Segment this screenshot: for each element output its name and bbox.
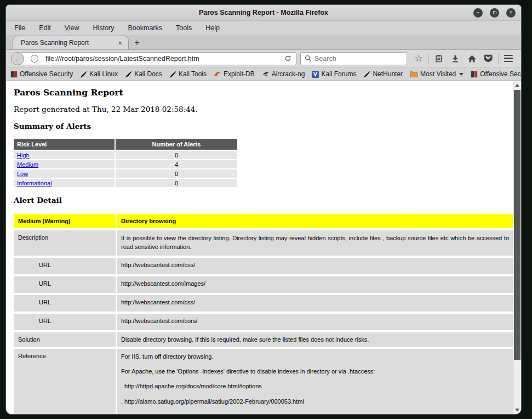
menu-bookmarks[interactable]: Bookmarks <box>128 24 163 32</box>
high-link[interactable]: High <box>17 152 30 158</box>
scrollbar-thumb[interactable] <box>514 90 520 360</box>
kali-dagger-icon <box>125 71 132 78</box>
column-number-of-alerts: Number of Alerts <box>116 139 237 150</box>
bookmark-kali-tools[interactable]: Kali Tools <box>169 70 207 78</box>
menu-history[interactable]: History <box>93 24 115 32</box>
low-link[interactable]: Low <box>17 171 28 177</box>
bookmark-aircrack-ng[interactable]: Aircrack-ng <box>262 70 305 78</box>
bookmark-kali-linux[interactable]: Kali Linux <box>80 70 118 78</box>
close-button[interactable]: × <box>506 8 516 18</box>
chevron-down-icon <box>459 73 464 76</box>
url-row: URL http://webscantest.com/images/ <box>14 276 513 293</box>
navigation-toolbar: ← i ☆ <box>6 49 521 67</box>
reference-line: For Apache, use the 'Options -Indexes' d… <box>121 367 509 375</box>
solution-row: Solution Disable directory browsing. If … <box>14 332 513 347</box>
bookmark-exploit-db[interactable]: Exploit-DB <box>214 70 255 78</box>
search-box[interactable] <box>300 52 407 65</box>
firefox-window: Paros Scanning Report - Mozilla Firefox … <box>5 4 522 415</box>
menu-help[interactable]: Help <box>205 24 220 32</box>
star-icon: ☆ <box>414 54 422 63</box>
reference-text: For IIS, turn off directory browsing. Fo… <box>117 349 513 414</box>
download-arrow-icon <box>451 55 459 63</box>
minimize-icon: − <box>477 10 480 15</box>
toolbar-divider <box>498 54 499 64</box>
menu-view[interactable]: View <box>65 24 79 32</box>
risk-level-cell: Medium (Warning) <box>14 214 116 228</box>
report-generated-text: Report generated at Thu, 22 Mar 2018 02:… <box>14 105 507 114</box>
tab-close-icon[interactable]: × <box>116 39 124 47</box>
bookmark-nethunter[interactable]: NetHunter <box>363 70 403 78</box>
search-input[interactable] <box>314 55 403 63</box>
kali-dagger-icon <box>169 71 176 78</box>
home-icon <box>468 55 476 63</box>
pocket-icon <box>484 54 493 63</box>
menu-file[interactable]: File <box>14 24 25 32</box>
url-row: URL http://webscantest.com/css/ <box>14 295 513 312</box>
show-bookmarks-button[interactable] <box>431 52 447 66</box>
triangle-up-icon <box>515 84 519 87</box>
alert-header-row: Medium (Warning) Directory browsing <box>14 214 513 228</box>
window-title: Paros Scanning Report - Mozilla Firefox <box>199 9 328 16</box>
url-value: http://webscantest.com/css/ <box>117 295 513 312</box>
alert-detail-heading: Alert Detail <box>14 196 507 205</box>
reference-line: . or create a default index.html for eac… <box>121 412 509 414</box>
low-count: 0 <box>116 169 237 178</box>
bookmark-kali-forums[interactable]: Kali Forums <box>312 70 356 78</box>
summary-row-informational: Informational 0 <box>14 179 237 187</box>
home-button[interactable] <box>464 52 479 66</box>
tab-paros-scanning-report[interactable]: Paros Scanning Report × <box>13 36 129 49</box>
browser-content: Paros Scanning Report Report generated a… <box>6 81 521 414</box>
bookmark-kali-docs[interactable]: Kali Docs <box>125 70 162 78</box>
menu-edit[interactable]: Edit <box>39 24 51 32</box>
url-label: URL <box>14 314 116 330</box>
url-bar[interactable]: i <box>20 52 296 65</box>
plus-icon: + <box>134 38 139 48</box>
page-info-icon[interactable]: i <box>31 55 38 63</box>
informational-link[interactable]: Informational <box>17 180 52 186</box>
url-input[interactable] <box>45 55 278 63</box>
summary-row-low: Low 0 <box>14 169 237 178</box>
exploit-db-icon <box>214 71 221 78</box>
maximize-icon <box>493 11 496 14</box>
toolbar-divider <box>428 54 429 64</box>
kali-dagger-icon <box>363 71 370 78</box>
downloads-button[interactable] <box>448 52 463 66</box>
url-label: URL <box>14 258 116 274</box>
open-menu-button[interactable] <box>501 52 516 66</box>
reload-button[interactable] <box>282 54 294 64</box>
summary-row-medium: Medium 4 <box>14 160 237 168</box>
report-page: Paros Scanning Report Report generated a… <box>6 81 513 414</box>
tab-title: Paros Scanning Report <box>21 39 116 47</box>
alert-name-cell: Directory browsing <box>117 214 513 228</box>
bookmark-folder-most-visited[interactable]: Most Visited <box>410 70 464 78</box>
url-value: http://webscantest.com/cors/ <box>117 314 513 330</box>
offensive-security-icon <box>10 71 18 78</box>
minimize-button[interactable]: − <box>473 8 483 18</box>
url-label: URL <box>14 276 116 293</box>
medium-count: 4 <box>116 160 237 168</box>
clipboard-icon <box>435 54 443 63</box>
back-button[interactable]: ← <box>11 52 24 65</box>
scroll-down-button[interactable] <box>513 406 521 414</box>
tab-bar: Paros Scanning Report × + <box>6 35 521 49</box>
new-tab-button[interactable]: + <box>129 36 145 49</box>
bookmark-offensive-security-2[interactable]: Offensive Security <box>471 70 521 78</box>
menu-tools[interactable]: Tools <box>176 24 192 32</box>
aircrack-wing-icon <box>262 71 270 78</box>
bookmark-offensive-security[interactable]: Offensive Security <box>10 70 73 78</box>
triangle-down-icon <box>515 409 519 411</box>
urlbar-divider <box>42 54 42 63</box>
description-row: Description It is possible to view the d… <box>14 230 513 256</box>
hamburger-icon <box>504 55 513 63</box>
folder-icon <box>410 71 418 77</box>
close-icon: × <box>510 10 513 15</box>
vertical-scrollbar[interactable] <box>513 81 521 414</box>
medium-link[interactable]: Medium <box>17 161 38 168</box>
title-bar[interactable]: Paros Scanning Report - Mozilla Firefox … <box>6 5 521 21</box>
offensive-security-icon <box>471 71 478 78</box>
bookmark-star-button[interactable]: ☆ <box>411 52 426 66</box>
scroll-up-button[interactable] <box>513 81 521 89</box>
window-controls: − × <box>473 5 516 20</box>
pocket-button[interactable] <box>480 52 496 66</box>
maximize-button[interactable] <box>490 8 499 18</box>
